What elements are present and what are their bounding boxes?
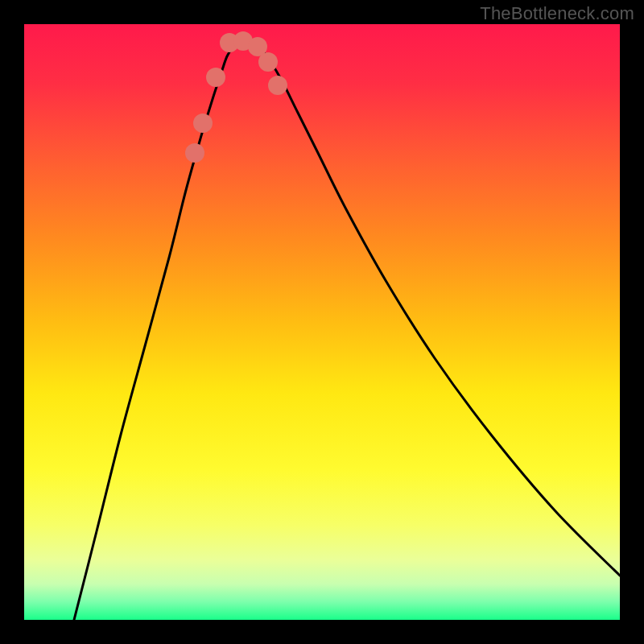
frame: TheBottleneck.com xyxy=(0,0,644,644)
plot-area xyxy=(24,24,620,620)
watermark-text: TheBottleneck.com xyxy=(480,3,634,24)
curve-layer xyxy=(24,24,620,620)
highlight-dot xyxy=(193,114,213,133)
highlight-dot xyxy=(268,76,287,95)
highlight-dot xyxy=(258,52,278,72)
highlight-dots xyxy=(185,31,287,163)
highlight-dot xyxy=(206,68,225,87)
bottleneck-curve xyxy=(74,39,620,620)
highlight-dot xyxy=(185,143,204,163)
